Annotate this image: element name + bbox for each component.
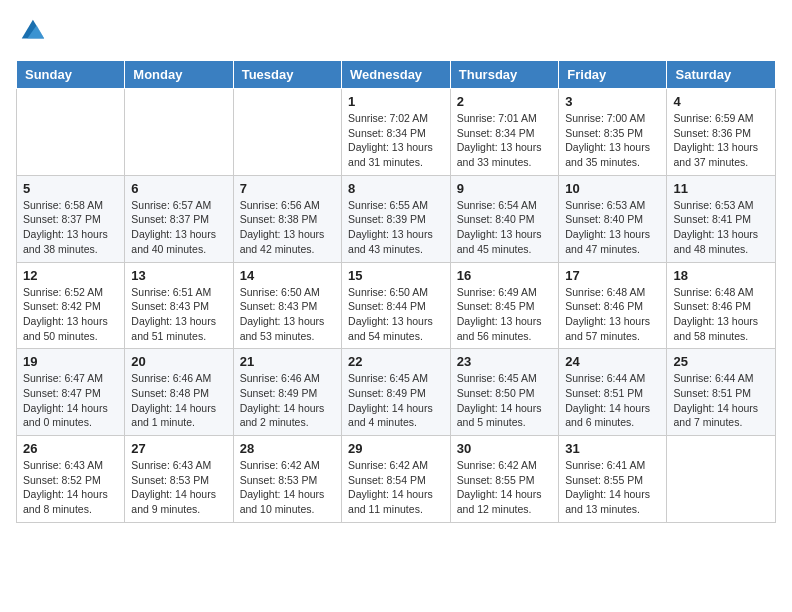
day-number: 17 xyxy=(565,268,660,283)
day-number: 11 xyxy=(673,181,769,196)
day-info: Sunrise: 6:55 AM Sunset: 8:39 PM Dayligh… xyxy=(348,198,444,257)
day-number: 21 xyxy=(240,354,335,369)
day-number: 19 xyxy=(23,354,118,369)
day-number: 16 xyxy=(457,268,553,283)
day-info: Sunrise: 6:57 AM Sunset: 8:37 PM Dayligh… xyxy=(131,198,226,257)
day-info: Sunrise: 6:53 AM Sunset: 8:41 PM Dayligh… xyxy=(673,198,769,257)
calendar-cell: 15Sunrise: 6:50 AM Sunset: 8:44 PM Dayli… xyxy=(342,262,451,349)
calendar-cell: 22Sunrise: 6:45 AM Sunset: 8:49 PM Dayli… xyxy=(342,349,451,436)
calendar-cell: 16Sunrise: 6:49 AM Sunset: 8:45 PM Dayli… xyxy=(450,262,559,349)
calendar-cell: 30Sunrise: 6:42 AM Sunset: 8:55 PM Dayli… xyxy=(450,436,559,523)
weekday-header: Saturday xyxy=(667,61,776,89)
day-info: Sunrise: 6:59 AM Sunset: 8:36 PM Dayligh… xyxy=(673,111,769,170)
day-info: Sunrise: 7:00 AM Sunset: 8:35 PM Dayligh… xyxy=(565,111,660,170)
day-number: 5 xyxy=(23,181,118,196)
day-info: Sunrise: 6:42 AM Sunset: 8:53 PM Dayligh… xyxy=(240,458,335,517)
day-info: Sunrise: 6:43 AM Sunset: 8:53 PM Dayligh… xyxy=(131,458,226,517)
weekday-header: Wednesday xyxy=(342,61,451,89)
day-info: Sunrise: 6:41 AM Sunset: 8:55 PM Dayligh… xyxy=(565,458,660,517)
calendar-cell: 17Sunrise: 6:48 AM Sunset: 8:46 PM Dayli… xyxy=(559,262,667,349)
day-number: 7 xyxy=(240,181,335,196)
calendar-cell: 18Sunrise: 6:48 AM Sunset: 8:46 PM Dayli… xyxy=(667,262,776,349)
day-number: 23 xyxy=(457,354,553,369)
day-info: Sunrise: 6:48 AM Sunset: 8:46 PM Dayligh… xyxy=(673,285,769,344)
day-info: Sunrise: 6:47 AM Sunset: 8:47 PM Dayligh… xyxy=(23,371,118,430)
calendar-cell: 5Sunrise: 6:58 AM Sunset: 8:37 PM Daylig… xyxy=(17,175,125,262)
day-number: 18 xyxy=(673,268,769,283)
calendar-cell: 29Sunrise: 6:42 AM Sunset: 8:54 PM Dayli… xyxy=(342,436,451,523)
day-number: 2 xyxy=(457,94,553,109)
calendar-cell: 19Sunrise: 6:47 AM Sunset: 8:47 PM Dayli… xyxy=(17,349,125,436)
calendar-week-row: 19Sunrise: 6:47 AM Sunset: 8:47 PM Dayli… xyxy=(17,349,776,436)
calendar-cell: 8Sunrise: 6:55 AM Sunset: 8:39 PM Daylig… xyxy=(342,175,451,262)
day-number: 30 xyxy=(457,441,553,456)
calendar-cell: 28Sunrise: 6:42 AM Sunset: 8:53 PM Dayli… xyxy=(233,436,341,523)
day-info: Sunrise: 6:44 AM Sunset: 8:51 PM Dayligh… xyxy=(565,371,660,430)
day-number: 27 xyxy=(131,441,226,456)
calendar-cell: 3Sunrise: 7:00 AM Sunset: 8:35 PM Daylig… xyxy=(559,89,667,176)
calendar-cell xyxy=(17,89,125,176)
calendar-cell: 14Sunrise: 6:50 AM Sunset: 8:43 PM Dayli… xyxy=(233,262,341,349)
day-info: Sunrise: 7:01 AM Sunset: 8:34 PM Dayligh… xyxy=(457,111,553,170)
day-info: Sunrise: 6:56 AM Sunset: 8:38 PM Dayligh… xyxy=(240,198,335,257)
day-number: 15 xyxy=(348,268,444,283)
day-info: Sunrise: 6:42 AM Sunset: 8:55 PM Dayligh… xyxy=(457,458,553,517)
calendar-cell: 27Sunrise: 6:43 AM Sunset: 8:53 PM Dayli… xyxy=(125,436,233,523)
calendar-cell: 21Sunrise: 6:46 AM Sunset: 8:49 PM Dayli… xyxy=(233,349,341,436)
calendar-week-row: 1Sunrise: 7:02 AM Sunset: 8:34 PM Daylig… xyxy=(17,89,776,176)
calendar-table: SundayMondayTuesdayWednesdayThursdayFrid… xyxy=(16,60,776,523)
calendar-cell: 4Sunrise: 6:59 AM Sunset: 8:36 PM Daylig… xyxy=(667,89,776,176)
calendar-cell: 26Sunrise: 6:43 AM Sunset: 8:52 PM Dayli… xyxy=(17,436,125,523)
day-number: 20 xyxy=(131,354,226,369)
day-info: Sunrise: 6:44 AM Sunset: 8:51 PM Dayligh… xyxy=(673,371,769,430)
calendar-cell: 25Sunrise: 6:44 AM Sunset: 8:51 PM Dayli… xyxy=(667,349,776,436)
calendar-week-row: 26Sunrise: 6:43 AM Sunset: 8:52 PM Dayli… xyxy=(17,436,776,523)
day-info: Sunrise: 6:52 AM Sunset: 8:42 PM Dayligh… xyxy=(23,285,118,344)
day-number: 6 xyxy=(131,181,226,196)
day-info: Sunrise: 6:46 AM Sunset: 8:48 PM Dayligh… xyxy=(131,371,226,430)
calendar-cell xyxy=(125,89,233,176)
day-info: Sunrise: 6:54 AM Sunset: 8:40 PM Dayligh… xyxy=(457,198,553,257)
logo-icon xyxy=(18,16,46,44)
day-number: 4 xyxy=(673,94,769,109)
weekday-header: Sunday xyxy=(17,61,125,89)
day-number: 9 xyxy=(457,181,553,196)
day-number: 14 xyxy=(240,268,335,283)
day-info: Sunrise: 6:46 AM Sunset: 8:49 PM Dayligh… xyxy=(240,371,335,430)
page-header xyxy=(16,16,776,48)
day-info: Sunrise: 6:48 AM Sunset: 8:46 PM Dayligh… xyxy=(565,285,660,344)
calendar-cell: 13Sunrise: 6:51 AM Sunset: 8:43 PM Dayli… xyxy=(125,262,233,349)
day-number: 12 xyxy=(23,268,118,283)
day-info: Sunrise: 6:51 AM Sunset: 8:43 PM Dayligh… xyxy=(131,285,226,344)
day-number: 26 xyxy=(23,441,118,456)
day-number: 24 xyxy=(565,354,660,369)
calendar-cell xyxy=(667,436,776,523)
day-info: Sunrise: 6:50 AM Sunset: 8:44 PM Dayligh… xyxy=(348,285,444,344)
day-info: Sunrise: 6:50 AM Sunset: 8:43 PM Dayligh… xyxy=(240,285,335,344)
calendar-cell: 6Sunrise: 6:57 AM Sunset: 8:37 PM Daylig… xyxy=(125,175,233,262)
weekday-header: Monday xyxy=(125,61,233,89)
calendar-cell: 23Sunrise: 6:45 AM Sunset: 8:50 PM Dayli… xyxy=(450,349,559,436)
weekday-header: Thursday xyxy=(450,61,559,89)
calendar-cell: 24Sunrise: 6:44 AM Sunset: 8:51 PM Dayli… xyxy=(559,349,667,436)
calendar-body: 1Sunrise: 7:02 AM Sunset: 8:34 PM Daylig… xyxy=(17,89,776,523)
day-info: Sunrise: 7:02 AM Sunset: 8:34 PM Dayligh… xyxy=(348,111,444,170)
calendar-cell: 7Sunrise: 6:56 AM Sunset: 8:38 PM Daylig… xyxy=(233,175,341,262)
day-number: 13 xyxy=(131,268,226,283)
day-number: 22 xyxy=(348,354,444,369)
calendar-week-row: 5Sunrise: 6:58 AM Sunset: 8:37 PM Daylig… xyxy=(17,175,776,262)
day-info: Sunrise: 6:43 AM Sunset: 8:52 PM Dayligh… xyxy=(23,458,118,517)
logo xyxy=(16,16,48,48)
day-number: 28 xyxy=(240,441,335,456)
day-number: 29 xyxy=(348,441,444,456)
day-number: 10 xyxy=(565,181,660,196)
calendar-cell: 2Sunrise: 7:01 AM Sunset: 8:34 PM Daylig… xyxy=(450,89,559,176)
calendar-cell: 11Sunrise: 6:53 AM Sunset: 8:41 PM Dayli… xyxy=(667,175,776,262)
calendar-cell: 9Sunrise: 6:54 AM Sunset: 8:40 PM Daylig… xyxy=(450,175,559,262)
day-info: Sunrise: 6:53 AM Sunset: 8:40 PM Dayligh… xyxy=(565,198,660,257)
day-info: Sunrise: 6:45 AM Sunset: 8:49 PM Dayligh… xyxy=(348,371,444,430)
day-number: 8 xyxy=(348,181,444,196)
calendar-week-row: 12Sunrise: 6:52 AM Sunset: 8:42 PM Dayli… xyxy=(17,262,776,349)
day-info: Sunrise: 6:42 AM Sunset: 8:54 PM Dayligh… xyxy=(348,458,444,517)
day-number: 25 xyxy=(673,354,769,369)
